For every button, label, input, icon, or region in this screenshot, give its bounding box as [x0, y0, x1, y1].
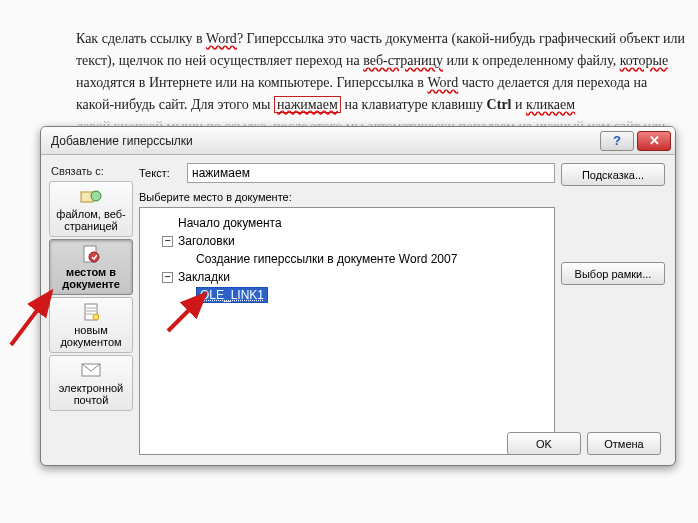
collapse-icon[interactable]: − — [162, 236, 173, 247]
link-with-label: Связать с: — [51, 165, 133, 177]
target-frame-button[interactable]: Выбор рамки... — [561, 262, 665, 285]
select-place-label: Выберите место в документе: — [139, 191, 555, 203]
email-icon — [80, 361, 102, 379]
document-places-tree[interactable]: Начало документа −Заголовки Создание гип… — [139, 207, 555, 455]
close-button[interactable]: ✕ — [637, 131, 671, 151]
tree-bookmark-item[interactable]: OLE_LINK1 — [144, 286, 550, 304]
text-to-display-label: Текст: — [139, 167, 181, 179]
insert-hyperlink-dialog: Добавление гиперссылки ? ✕ Связать с: фа… — [40, 126, 676, 466]
link-to-email-button[interactable]: электронной почтой — [49, 355, 133, 411]
tree-bookmarks[interactable]: −Закладки — [144, 268, 550, 286]
cancel-button[interactable]: Отмена — [587, 432, 661, 455]
place-in-doc-icon — [80, 245, 102, 263]
screentip-button[interactable]: Подсказка... — [561, 163, 665, 186]
ok-button[interactable]: OK — [507, 432, 581, 455]
svg-point-3 — [89, 252, 99, 262]
link-to-new-doc-button[interactable]: новым документом — [49, 297, 133, 353]
svg-point-1 — [91, 191, 101, 201]
collapse-icon[interactable]: − — [162, 272, 173, 283]
help-button[interactable]: ? — [600, 131, 634, 151]
link-to-place-button[interactable]: местом в документе — [49, 239, 133, 295]
new-doc-icon — [80, 303, 102, 321]
link-to-file-web-button[interactable]: файлом, веб-страницей — [49, 181, 133, 237]
file-web-icon — [80, 187, 102, 205]
svg-point-5 — [93, 314, 99, 320]
text-to-display-input[interactable] — [187, 163, 555, 183]
tree-headings[interactable]: −Заголовки — [144, 232, 550, 250]
dialog-titlebar[interactable]: Добавление гиперссылки ? ✕ — [41, 127, 675, 155]
tree-heading-item[interactable]: Создание гиперссылки в документе Word 20… — [144, 250, 550, 268]
tree-doc-start[interactable]: Начало документа — [144, 214, 550, 232]
dialog-title: Добавление гиперссылки — [51, 134, 597, 148]
